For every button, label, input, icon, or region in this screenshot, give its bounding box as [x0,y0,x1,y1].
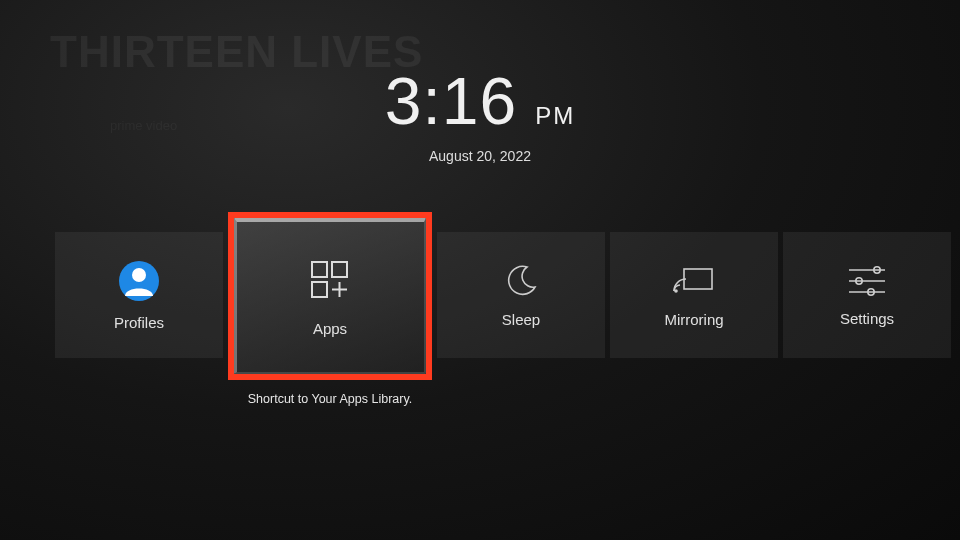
clock-ampm: PM [535,104,575,128]
svg-rect-7 [684,269,712,289]
profiles-tile[interactable]: Profiles [55,232,223,358]
apps-label: Apps [313,320,347,337]
mirroring-icon [672,263,716,299]
clock-time: 3:16 [385,68,517,134]
settings-tile[interactable]: Settings [783,232,951,358]
svg-point-1 [132,268,146,282]
clock-date: August 20, 2022 [429,148,531,164]
moon-icon [503,263,539,299]
settings-label: Settings [840,310,894,327]
sleep-label: Sleep [502,311,540,328]
mirroring-tile[interactable]: Mirroring [610,232,778,358]
sliders-icon [847,264,887,298]
svg-rect-2 [312,262,327,277]
clock-block: 3:16 PM August 20, 2022 [0,68,960,164]
quick-menu-row: Profiles Apps Shortcut to Your Apps Libr… [55,232,960,406]
profile-avatar-icon [118,260,160,302]
mirroring-label: Mirroring [664,311,723,328]
apps-tile[interactable]: Apps [228,212,432,380]
sleep-tile[interactable]: Sleep [437,232,605,358]
svg-point-8 [674,289,678,293]
svg-rect-3 [332,262,347,277]
svg-rect-4 [312,282,327,297]
profiles-label: Profiles [114,314,164,331]
apps-tile-description: Shortcut to Your Apps Library. [228,392,432,406]
apps-grid-icon [306,256,354,304]
